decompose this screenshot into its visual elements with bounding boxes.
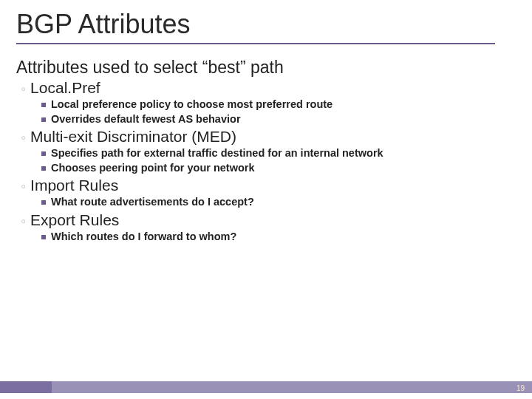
square-bullet-icon bbox=[41, 151, 46, 156]
bullet-item: Chooses peering point for your network bbox=[41, 161, 516, 176]
section-title: Multi-exit Discriminator (MED) bbox=[30, 128, 236, 146]
footer-bar bbox=[0, 381, 532, 393]
content-area: Attributes used to select “best” path ◦ … bbox=[0, 58, 532, 244]
square-bullet-icon bbox=[41, 117, 46, 122]
section-heading: ◦ Export Rules bbox=[16, 211, 516, 229]
ring-bullet-icon: ◦ bbox=[21, 214, 26, 228]
section-title: Import Rules bbox=[30, 177, 118, 194]
bullet-text: Overrides default fewest AS behavior bbox=[51, 112, 241, 127]
slide: BGP Attributes Attributes used to select… bbox=[0, 0, 532, 399]
section-heading: ◦ Local.Pref bbox=[16, 79, 516, 97]
bullet-item: Overrides default fewest AS behavior bbox=[41, 112, 516, 127]
bullet-list: Specifies path for external traffic dest… bbox=[41, 146, 516, 175]
section-localpref: ◦ Local.Pref Local preference policy to … bbox=[16, 79, 516, 126]
bullet-item: Which routes do I forward to whom? bbox=[41, 230, 516, 245]
section-heading: ◦ Multi-exit Discriminator (MED) bbox=[16, 128, 516, 146]
bullet-list: What route advertisements do I accept? bbox=[41, 195, 516, 210]
section-import: ◦ Import Rules What route advertisements… bbox=[16, 177, 516, 210]
page-number: 19 bbox=[516, 384, 525, 392]
bullet-list: Local preference policy to choose most p… bbox=[41, 98, 516, 126]
section-title: Export Rules bbox=[30, 211, 119, 229]
ring-bullet-icon: ◦ bbox=[21, 130, 26, 145]
bullet-text: Chooses peering point for your network bbox=[51, 161, 255, 176]
footer-accent bbox=[0, 381, 52, 393]
section-title: Local.Pref bbox=[30, 79, 100, 97]
section-med: ◦ Multi-exit Discriminator (MED) Specifi… bbox=[16, 128, 516, 175]
bullet-list: Which routes do I forward to whom? bbox=[41, 230, 516, 245]
square-bullet-icon bbox=[41, 103, 46, 107]
ring-bullet-icon: ◦ bbox=[21, 179, 26, 194]
slide-title: BGP Attributes bbox=[0, 0, 532, 43]
square-bullet-icon bbox=[41, 200, 46, 205]
bullet-text: Local preference policy to choose most p… bbox=[51, 98, 332, 112]
title-underline bbox=[16, 43, 495, 44]
bullet-text: Which routes do I forward to whom? bbox=[51, 230, 236, 245]
ring-bullet-icon: ◦ bbox=[21, 81, 26, 96]
section-export: ◦ Export Rules Which routes do I forward… bbox=[16, 211, 516, 245]
square-bullet-icon bbox=[41, 166, 46, 171]
section-heading: ◦ Import Rules bbox=[16, 177, 516, 194]
bullet-text: What route advertisements do I accept? bbox=[51, 195, 254, 210]
subtitle: Attributes used to select “best” path bbox=[16, 58, 516, 78]
bullet-text: Specifies path for external traffic dest… bbox=[51, 146, 383, 161]
bullet-item: Local preference policy to choose most p… bbox=[41, 98, 516, 112]
bullet-item: What route advertisements do I accept? bbox=[41, 195, 516, 210]
square-bullet-icon bbox=[41, 235, 46, 239]
bullet-item: Specifies path for external traffic dest… bbox=[41, 146, 516, 161]
